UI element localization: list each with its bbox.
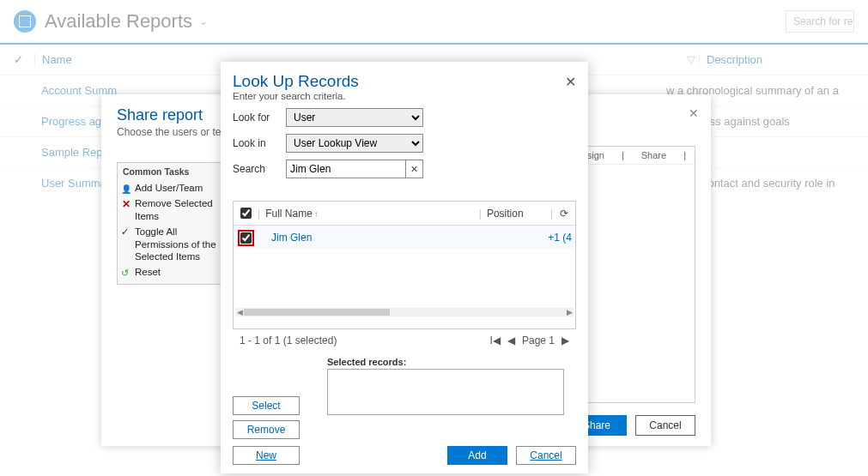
clear-search-icon[interactable]: ✕ [406, 160, 423, 178]
result-row[interactable]: Jim Glen +1 (4 [234, 226, 575, 250]
task-reset[interactable]: Reset [121, 266, 224, 278]
select-button[interactable]: Select [233, 396, 300, 415]
refresh-icon[interactable]: ⟳ [553, 208, 575, 220]
cancel-button[interactable]: Cancel [516, 446, 576, 465]
remove-button[interactable]: Remove [233, 420, 300, 439]
look-in-label: Look in [233, 137, 286, 149]
close-icon[interactable]: ✕ [689, 106, 699, 120]
x-icon: ✕ [121, 198, 131, 208]
selected-records-box[interactable] [327, 369, 564, 415]
search-label: Search [233, 163, 286, 175]
tasks-heading: Common Tasks [121, 165, 224, 178]
cancel-button[interactable]: Cancel [635, 415, 695, 436]
look-in-select[interactable]: User Lookup View [286, 134, 423, 153]
selected-records-label: Selected records: [327, 357, 576, 367]
page-label: Page 1 [522, 334, 555, 346]
col-position[interactable]: Position [482, 208, 550, 220]
results-grid: | Full Name↑ | Position | ⟳ Jim Glen +1 … [233, 201, 576, 329]
look-for-label: Look for [233, 111, 286, 124]
task-remove[interactable]: ✕Remove Selected Items [121, 197, 224, 222]
first-page-icon[interactable]: I◀ [490, 334, 501, 346]
horizontal-scrollbar[interactable]: ◀▶ [235, 308, 574, 316]
lookup-dialog: Look Up Records Enter your search criter… [221, 62, 588, 473]
new-button[interactable]: New [233, 446, 300, 465]
task-toggle[interactable]: ✓Toggle All Permissions of the Selected … [121, 226, 224, 262]
sort-asc-icon: ↑ [314, 209, 319, 219]
next-page-icon[interactable]: ▶ [561, 334, 569, 346]
row-checkbox[interactable] [238, 230, 254, 246]
result-name[interactable]: Jim Glen [258, 232, 548, 244]
task-add-user[interactable]: Add User/Team [121, 182, 224, 194]
search-input[interactable] [286, 160, 406, 178]
close-icon[interactable]: ✕ [565, 74, 576, 90]
select-all-checkbox[interactable] [234, 208, 258, 219]
check-icon: ✓ [121, 226, 131, 237]
lookup-subtitle: Enter your search criteria. [233, 91, 576, 101]
result-extra: +1 (4 [548, 232, 575, 244]
pager: 1 - 1 of 1 (1 selected) I◀ ◀ Page 1 ▶ [233, 329, 576, 352]
col-full-name[interactable]: Full Name [265, 208, 313, 220]
reset-icon [121, 267, 131, 277]
col-share: Share [641, 150, 666, 160]
common-tasks-panel: Common Tasks Add User/Team ✕Remove Selec… [117, 162, 228, 285]
pager-info: 1 - 1 of 1 (1 selected) [240, 334, 490, 346]
user-icon [121, 183, 131, 193]
add-button[interactable]: Add [447, 446, 507, 465]
prev-page-icon[interactable]: ◀ [507, 334, 515, 346]
look-for-select[interactable]: User [286, 108, 423, 127]
lookup-title: Look Up Records [233, 72, 576, 91]
